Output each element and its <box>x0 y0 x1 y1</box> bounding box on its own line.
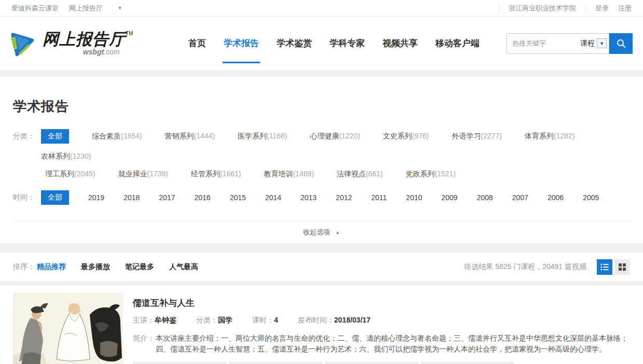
year-item-2016[interactable]: 2016 <box>194 193 210 202</box>
category-item[interactable]: 经管系列(1661) <box>191 170 241 179</box>
category-filter-label: 分类： <box>13 129 41 179</box>
category-name: 心理健康 <box>310 132 339 140</box>
category-count: (2045) <box>74 170 95 178</box>
category-name: 体育系列 <box>525 132 554 140</box>
search-input[interactable] <box>512 39 580 47</box>
category-name: 法律视点 <box>337 170 366 178</box>
meta-lecturer: 主讲：牟钟鉴 <box>133 316 176 325</box>
category-all-pill[interactable]: 全部 <box>41 129 69 144</box>
nav-item-video-sharing[interactable]: 视频共享 <box>374 17 427 70</box>
year-item-2005[interactable]: 2005 <box>583 193 599 202</box>
category-count: (1739) <box>147 170 168 178</box>
category-item[interactable]: 体育系列(1282) <box>525 132 574 141</box>
time-filter-row: 时间： 全部 2019 2018 2017 2016 2015 2014 201… <box>13 190 630 205</box>
nav-item-academic-reports[interactable]: 学术报告 <box>215 17 268 70</box>
category-item[interactable]: 党政系列(1521) <box>406 170 456 179</box>
search-icon <box>616 38 626 49</box>
episode-button-3[interactable]: 儒道互补与人生（三） <box>325 362 418 364</box>
main-nav: 首页 学术报告 学术鉴赏 学科专家 视频共享 移动客户端 <box>180 17 488 70</box>
episode-list: 儒道互补与人生（一） 儒道互补与人生（二） 儒道互补与人生（三） 儒道互补与人生… <box>133 362 630 364</box>
year-item-2017[interactable]: 2017 <box>159 193 175 202</box>
search-type-value: 课程 <box>580 39 595 48</box>
time-all-pill[interactable]: 全部 <box>41 190 69 205</box>
sort-option-featured[interactable]: 精品推荐 <box>37 262 66 272</box>
meta-label: 发布时间： <box>298 316 334 324</box>
category-item[interactable]: 文史系列(976) <box>383 132 429 141</box>
result-count-text: 筛选结果 5825 门课程，20491 篇视频 <box>464 262 586 272</box>
sort-option-most-notes[interactable]: 笔记最多 <box>125 262 154 272</box>
course-title[interactable]: 儒道互补与人生 <box>133 293 630 316</box>
nav-item-subject-experts[interactable]: 学科专家 <box>321 17 374 70</box>
category-item[interactable]: 外语学习(2277) <box>452 132 502 141</box>
episode-button-1[interactable]: 儒道互补与人生（一） <box>133 362 226 364</box>
nav-item-mobile-client[interactable]: 移动客户端 <box>427 17 488 70</box>
category-item[interactable]: 法律视点(661) <box>337 170 383 179</box>
year-item-2011[interactable]: 2011 <box>371 193 387 202</box>
meta-lessons: 课时：4 <box>252 316 278 325</box>
year-item-2019[interactable]: 2019 <box>88 193 104 202</box>
category-item[interactable]: 就业择业(1739) <box>118 170 168 179</box>
year-item-2009[interactable]: 2009 <box>442 193 458 202</box>
meta-category: 分类：国学 <box>196 316 232 325</box>
category-count: (1661) <box>220 170 241 178</box>
nav-item-academic-appreciation[interactable]: 学术鉴赏 <box>268 17 321 70</box>
nav-item-home[interactable]: 首页 <box>180 17 215 70</box>
category-item[interactable]: 综合素质(1854) <box>92 132 142 141</box>
episode-button-4[interactable]: 儒道互补与人生（四） <box>421 362 514 364</box>
divider <box>585 5 586 12</box>
meta-publish-date: 发布时间：2018/03/17 <box>298 316 371 325</box>
year-item-2015[interactable]: 2015 <box>230 193 246 202</box>
category-item[interactable]: 理工系列(2045) <box>45 170 95 179</box>
category-count: (1521) <box>435 170 456 178</box>
logo-domain: wsbgt.com <box>43 48 133 55</box>
list-view-icon <box>600 263 609 271</box>
category-item[interactable]: 营销系列(1444) <box>165 132 214 141</box>
episode-button-2[interactable]: 儒道互补与人生（二） <box>229 362 322 364</box>
grid-view-button[interactable] <box>614 259 630 275</box>
register-link[interactable]: 注册 <box>618 4 632 13</box>
school-name: 浙江商业职业技术学院 <box>509 4 576 13</box>
category-count: (976) <box>412 132 429 140</box>
year-item-2006[interactable]: 2006 <box>548 193 564 202</box>
divider <box>499 5 499 12</box>
intro-label: 简介： <box>133 333 155 355</box>
topbar: 爱迪科森云课堂 网上报告厅 ▼ 浙江商业职业技术学院 登录 注册 <box>0 0 643 17</box>
category-item[interactable]: 心理健康(1220) <box>310 132 360 141</box>
year-item-2014[interactable]: 2014 <box>265 193 281 202</box>
year-item-2018[interactable]: 2018 <box>124 193 140 202</box>
meta-value: 国学 <box>218 316 232 324</box>
logo-domain-suffix: .com <box>104 48 119 56</box>
sort-option-most-popular[interactable]: 人气最高 <box>169 262 198 272</box>
cloud-classroom-link[interactable]: 爱迪科森云课堂 <box>11 4 59 13</box>
category-name: 就业择业 <box>118 170 147 178</box>
chevron-up-icon: ▲ <box>335 230 340 235</box>
year-item-2012[interactable]: 2012 <box>336 193 352 202</box>
year-item-2008[interactable]: 2008 <box>477 193 493 202</box>
category-name: 经管系列 <box>191 170 220 178</box>
login-link[interactable]: 登录 <box>595 4 609 13</box>
list-view-button[interactable] <box>597 259 612 275</box>
chevron-down-icon[interactable]: ▼ <box>117 5 122 11</box>
category-item[interactable]: 教育培训(1469) <box>264 170 313 179</box>
search-type-select[interactable]: 课程 ▼ <box>580 38 607 48</box>
meta-value: 2018/03/17 <box>334 316 371 324</box>
category-name: 教育培训 <box>264 170 293 178</box>
site-logo[interactable]: 网上报告厅TM wsbgt.com <box>7 29 168 59</box>
meta-label: 主讲： <box>133 316 155 324</box>
category-name: 综合素质 <box>92 132 121 140</box>
search-button[interactable] <box>609 33 633 54</box>
collapse-options-button[interactable]: 收起选项 ▲ <box>13 220 630 243</box>
year-item-2007[interactable]: 2007 <box>512 193 528 202</box>
sort-option-most-played[interactable]: 最多播放 <box>81 262 110 272</box>
year-item-2010[interactable]: 2010 <box>406 193 422 202</box>
site-switcher[interactable]: 网上报告厅 <box>69 4 103 13</box>
year-item-2013[interactable]: 2013 <box>300 193 317 202</box>
category-name: 营销系列 <box>165 132 194 140</box>
category-count: (1854) <box>121 132 142 140</box>
course-intro: 简介： 本次讲座主要介绍：一、两位大师的名言与生命的优化；二、儒、道的核心理念与… <box>133 333 630 355</box>
category-item[interactable]: 医学系列(1168) <box>238 132 287 141</box>
category-count: (1220) <box>339 132 360 140</box>
category-item[interactable]: 农林系列(1230) <box>41 152 91 161</box>
logo-domain-bold: wsbgt <box>83 48 104 56</box>
course-thumbnail[interactable] <box>13 293 123 364</box>
